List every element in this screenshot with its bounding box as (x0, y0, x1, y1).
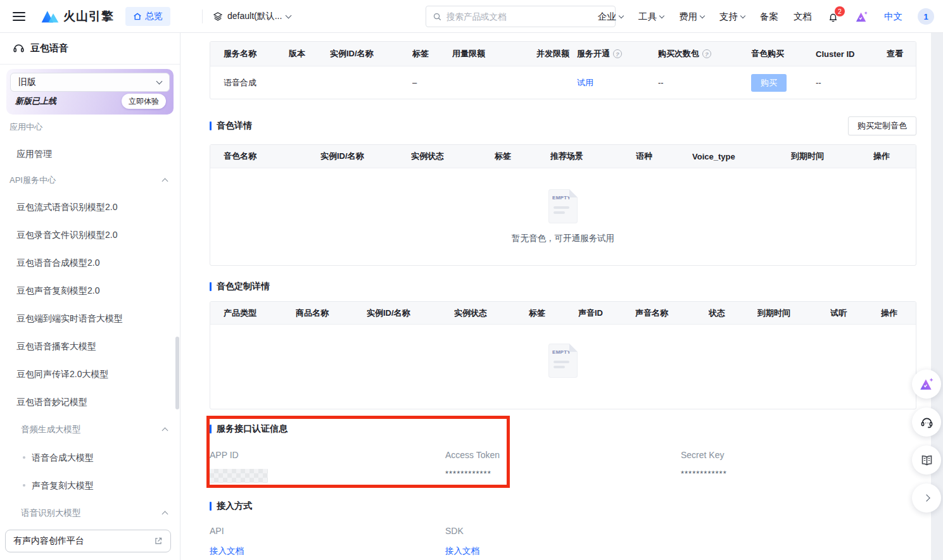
sidebar-scrollbar[interactable] (175, 337, 179, 409)
trial-link[interactable]: 试用 (577, 77, 593, 89)
try-now-button[interactable]: 立即体验 (122, 94, 166, 109)
sidebar-item-model[interactable]: 豆包录音文件识别模型2.0 (0, 221, 180, 249)
menu-enterprise[interactable]: 企业 (598, 11, 623, 23)
column-header: 实例ID/名称 (330, 48, 412, 59)
sidebar-group-api-center[interactable]: API服务中心 (0, 168, 180, 193)
volcengine-logo[interactable]: 火山引擎 (41, 8, 114, 25)
column-header: 状态 (709, 308, 757, 319)
column-header: 声音ID (578, 308, 635, 319)
buy-button[interactable]: 购买 (751, 74, 787, 92)
sidebar-subgroup-asr[interactable]: 语音识别大模型 (0, 499, 180, 527)
column-header: 实例ID/名称 (320, 151, 411, 162)
sidebar-item-voice-clone-large[interactable]: 声音复刻大模型 (0, 471, 180, 499)
chevron-up-icon (162, 178, 168, 185)
sidebar-item-model[interactable]: 豆包语音妙记模型 (0, 388, 180, 416)
search-box[interactable] (426, 6, 616, 27)
service-table: 服务名称 版本 实例ID/名称 标签 用量限额 并发限额 服务开通 购买次数包 … (210, 41, 916, 99)
notification-badge: 2 (835, 6, 845, 16)
sidebar-item-model[interactable]: 豆包同声传译2.0大模型 (0, 360, 180, 388)
search-input[interactable] (446, 12, 609, 22)
ai-assistant-icon[interactable] (854, 9, 869, 24)
api-docs-link[interactable]: 接入文档 (210, 546, 244, 556)
column-header: 标签 (412, 48, 452, 59)
sidebar-item-model[interactable]: 豆包流式语音识别模型2.0 (0, 193, 180, 221)
buy-custom-voice-button[interactable]: 购买定制音色 (848, 116, 916, 135)
app-id-value-redacted (210, 469, 445, 483)
access-links-row: 接入文档 接入文档 (210, 545, 916, 557)
sidebar-item-model[interactable]: 豆包声音复刻模型2.0 (0, 277, 180, 304)
chevron-down-icon (659, 13, 664, 18)
auth-section-head: 服务接口认证信息 (210, 423, 916, 435)
voice-headset-icon (13, 42, 25, 54)
sidebar-item-model[interactable]: 豆包语音播客大模型 (0, 332, 180, 360)
service-table-header: 服务名称 版本 实例ID/名称 标签 用量限额 并发限额 服务开通 购买次数包 … (210, 42, 916, 66)
topbar: 火山引擎 总览 default(默认... 企业 工具 费用 支持 备案 文档 (0, 0, 943, 33)
column-header: 并发限额 (536, 48, 577, 59)
menu-icp[interactable]: 备案 (760, 11, 778, 23)
sidebar: 豆包语音 旧版 新版已上线 立即体验 应用中心 应用管理 API服务中心 豆包流… (0, 33, 180, 560)
main-content: 服务名称 版本 实例ID/名称 标签 用量限额 并发限额 服务开通 购买次数包 … (180, 33, 931, 560)
collapse-float-button[interactable] (912, 483, 941, 513)
empty-document-icon: EMPTY (548, 189, 578, 223)
auth-labels-row: APP ID Access Token Secret Key (210, 450, 916, 460)
column-header: 操作 (881, 308, 916, 319)
layers-icon (213, 11, 223, 22)
sidebar-item-tts-large[interactable]: 语音合成大模型 (0, 444, 180, 471)
service-name-cell: 语音合成 (224, 77, 289, 89)
package-cell: -- (658, 78, 751, 87)
section-title-bar (210, 121, 212, 130)
workspace-selector[interactable]: default(默认... (213, 11, 291, 22)
column-header: 声音名称 (635, 308, 709, 319)
section-title: 音色定制详情 (210, 281, 270, 292)
overview-button[interactable]: 总览 (125, 7, 170, 26)
column-header: Voice_type (692, 152, 791, 161)
hamburger-menu-icon[interactable] (13, 12, 25, 21)
sidebar-group-app-center: 应用中心 (0, 115, 180, 140)
help-icon[interactable] (702, 49, 711, 58)
topbar-divider (202, 9, 203, 23)
docs-float-button[interactable] (912, 445, 941, 475)
external-link-icon (154, 537, 163, 545)
tag-cell: – (412, 78, 452, 87)
access-token-label: Access Token (445, 450, 681, 460)
home-icon (133, 12, 142, 21)
column-header: 服务开通 (577, 48, 658, 59)
workspace-label: default(默认... (227, 11, 282, 22)
section-title: 接入方式 (210, 501, 252, 512)
version-area: 旧版 新版已上线 立即体验 (6, 69, 174, 115)
menu-billing[interactable]: 费用 (679, 11, 704, 23)
ai-assistant-float-button[interactable] (912, 370, 941, 399)
empty-document-icon: EMPTY (548, 344, 578, 378)
avatar[interactable]: 1 (918, 8, 934, 25)
sidebar-item-model[interactable]: 豆包语音合成模型2.0 (0, 249, 180, 277)
section-title-bar (210, 502, 212, 511)
notifications-button[interactable]: 2 (827, 11, 839, 23)
chevron-down-icon (700, 13, 705, 18)
column-header: 服务名称 (224, 48, 289, 59)
menu-support[interactable]: 支持 (719, 11, 745, 23)
help-icon[interactable] (613, 49, 622, 58)
secret-key-label: Secret Key (681, 450, 916, 460)
column-header: 查看 (887, 48, 916, 59)
volcengine-mountain-icon (41, 8, 60, 24)
version-selector[interactable]: 旧版 (10, 73, 170, 92)
menu-docs[interactable]: 文档 (794, 11, 812, 23)
column-header: 用量限额 (452, 48, 536, 59)
cluster-id-cell: -- (816, 78, 887, 87)
sidebar-subgroup-audio-gen[interactable]: 音频生成大模型 (0, 416, 180, 444)
column-header: 到期时间 (791, 151, 873, 162)
audio-creation-platform-link[interactable]: 有声内容创作平台 (5, 530, 171, 552)
sdk-docs-link[interactable]: 接入文档 (445, 546, 479, 556)
menu-tools[interactable]: 工具 (638, 11, 664, 23)
language-switch[interactable]: 中文 (884, 11, 902, 23)
column-header: Cluster ID (816, 49, 887, 59)
column-header: 实例状态 (411, 151, 495, 162)
voice-detail-section-head: 音色详情 购买定制音色 (210, 116, 916, 135)
sidebar-item-app-manage[interactable]: 应用管理 (0, 140, 180, 168)
secret-key-value: ************ (681, 469, 916, 483)
floating-toolbar (912, 370, 941, 513)
sidebar-header: 豆包语音 (0, 33, 180, 65)
headset-support-icon (920, 416, 934, 429)
sidebar-item-model[interactable]: 豆包端到端实时语音大模型 (0, 304, 180, 332)
support-float-button[interactable] (912, 408, 941, 437)
